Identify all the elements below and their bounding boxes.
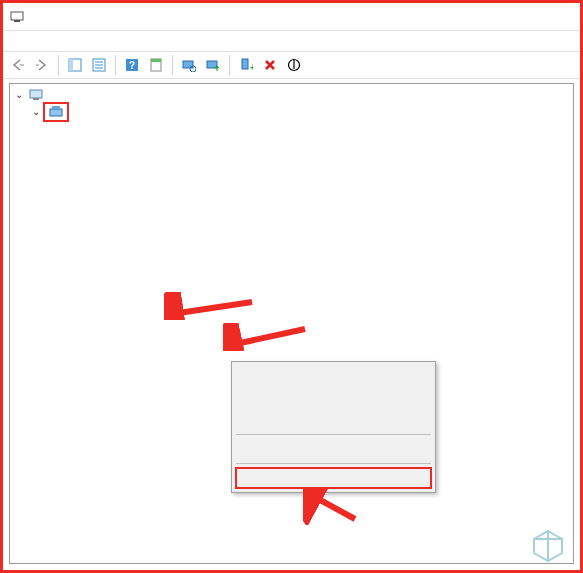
forward-button[interactable] [31, 54, 53, 76]
network-adapter-icon [48, 104, 64, 120]
disable-button[interactable] [283, 54, 305, 76]
ctx-disable-device[interactable] [235, 387, 432, 409]
ctx-uninstall-device[interactable] [235, 409, 432, 431]
network-adapters-node[interactable]: ⌄ [12, 103, 573, 120]
svg-rect-21 [52, 106, 60, 109]
ctx-scan-hardware[interactable] [235, 438, 432, 460]
uninstall-button[interactable] [259, 54, 281, 76]
titlebar [3, 3, 580, 31]
svg-rect-20 [50, 109, 62, 116]
svg-rect-0 [11, 12, 23, 20]
computer-icon [28, 87, 44, 103]
svg-text:+: + [250, 61, 253, 72]
context-menu [231, 361, 436, 493]
svg-line-22 [172, 302, 252, 314]
svg-rect-15 [242, 59, 248, 69]
svg-rect-19 [33, 98, 39, 100]
root-node[interactable]: ⌄ [12, 86, 573, 103]
toolbar: ? + [3, 51, 580, 79]
ctx-update-driver[interactable] [235, 365, 432, 387]
collapse-icon[interactable]: ⌄ [12, 86, 26, 103]
svg-rect-1 [14, 20, 20, 22]
device-manager-icon [9, 9, 25, 25]
update-driver-button[interactable] [202, 54, 224, 76]
show-hide-tree-button[interactable] [64, 54, 86, 76]
collapse-icon[interactable]: ⌄ [29, 103, 43, 120]
scan-hardware-button[interactable] [178, 54, 200, 76]
svg-text:?: ? [129, 60, 135, 71]
help-button[interactable]: ? [121, 54, 143, 76]
svg-rect-3 [69, 59, 73, 71]
properties-toolbar-button[interactable] [88, 54, 110, 76]
ctx-properties[interactable] [235, 467, 432, 489]
svg-rect-18 [30, 90, 42, 98]
menubar [3, 31, 580, 51]
svg-line-23 [231, 329, 305, 345]
svg-rect-11 [151, 59, 161, 62]
back-button[interactable] [7, 54, 29, 76]
sheet-button[interactable] [145, 54, 167, 76]
svg-line-24 [311, 495, 355, 519]
add-legacy-button[interactable]: + [235, 54, 257, 76]
